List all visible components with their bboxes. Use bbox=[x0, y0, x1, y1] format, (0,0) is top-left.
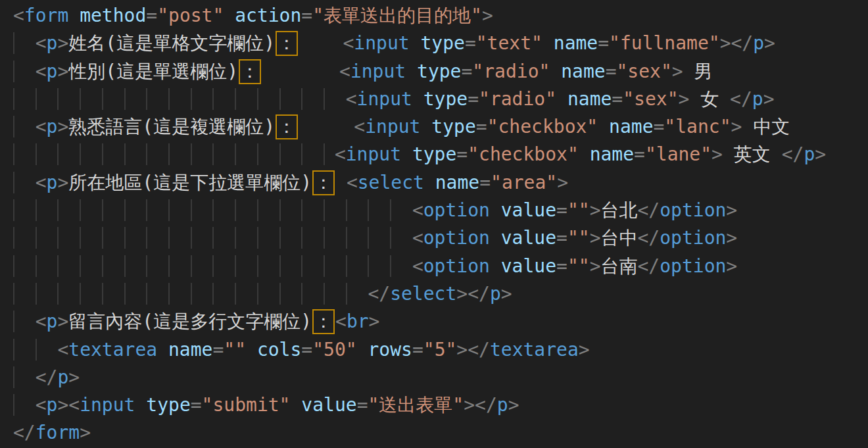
code-line-15[interactable]: <p><input type="submit" value="送出表單"></p… bbox=[13, 391, 868, 419]
token-str: "post" bbox=[157, 5, 224, 26]
token-tag: select bbox=[390, 283, 456, 305]
token-text bbox=[224, 5, 235, 26]
code-line-4[interactable]: <input type="radio" name="sex"> 女 </p> bbox=[13, 86, 868, 113]
token-punct: < bbox=[347, 172, 358, 193]
token-attr: value bbox=[501, 199, 556, 221]
token-punct: > bbox=[57, 311, 68, 332]
token-text bbox=[406, 61, 417, 82]
token-text: 留言內容(這是多行文字欄位) bbox=[68, 311, 312, 332]
token-punct: < bbox=[57, 339, 68, 361]
token-attr: name bbox=[554, 32, 598, 54]
token-text bbox=[579, 143, 590, 165]
code-line-1[interactable]: <form method="post" action="表單送出的目的地"> bbox=[13, 2, 868, 30]
token-attr: type bbox=[431, 116, 475, 137]
token-punct: = bbox=[357, 394, 368, 416]
token-punct: = bbox=[212, 339, 224, 361]
token-tag: p bbox=[753, 32, 764, 54]
token-punct: > bbox=[763, 88, 775, 110]
token-punct: </ bbox=[730, 88, 752, 110]
token-punct: ></ bbox=[456, 283, 490, 305]
token-punct: = bbox=[556, 255, 567, 277]
token-str: "50" bbox=[312, 339, 356, 361]
token-attr: name bbox=[590, 143, 634, 165]
token-attr: name bbox=[561, 61, 605, 82]
code-line-6[interactable]: <input type="checkbox" name="lane"> 英文 <… bbox=[13, 141, 868, 168]
token-punct: > bbox=[57, 32, 68, 54]
token-text: 男 bbox=[683, 61, 713, 82]
token-punct: < bbox=[343, 32, 354, 54]
token-punct: = bbox=[476, 116, 487, 137]
token-punct: > bbox=[482, 5, 493, 26]
token-tag: textarea bbox=[68, 339, 157, 361]
indent-guides bbox=[13, 172, 36, 193]
code-line-2[interactable]: <p>姓名(這是單格文字欄位)： <input type="text" name… bbox=[13, 30, 868, 57]
token-text bbox=[135, 394, 146, 416]
token-text bbox=[299, 32, 343, 54]
token-str: "" bbox=[567, 255, 590, 277]
token-str: "checkbox" bbox=[487, 116, 598, 137]
token-str: "" bbox=[567, 227, 590, 249]
token-tag: option bbox=[660, 255, 726, 277]
token-punct: > bbox=[726, 255, 737, 277]
token-punct: ></ bbox=[456, 339, 490, 361]
token-punct: < bbox=[339, 61, 350, 82]
token-punct: </ bbox=[13, 422, 36, 443]
token-attr: rows bbox=[368, 339, 412, 361]
token-text bbox=[490, 255, 501, 277]
indent-guides bbox=[13, 255, 412, 277]
token-text bbox=[401, 143, 412, 165]
token-punct: > bbox=[501, 283, 512, 305]
code-line-5[interactable]: <p>熟悉語言(這是複選欄位)： <input type="checkbox" … bbox=[13, 113, 868, 141]
token-str: "radio" bbox=[479, 88, 556, 110]
token-punct: > bbox=[68, 366, 80, 388]
code-line-8[interactable]: <option value="">台北</option> bbox=[13, 197, 868, 224]
token-punct: < bbox=[412, 255, 423, 277]
code-line-12[interactable]: <p>留言內容(這是多行文字欄位)：<br> bbox=[13, 308, 868, 336]
code-line-14[interactable]: </p> bbox=[13, 364, 868, 391]
token-punct: < bbox=[335, 143, 346, 165]
unicode-highlight-box: ： bbox=[312, 170, 335, 195]
token-punct: = bbox=[461, 61, 472, 82]
token-tag: select bbox=[358, 172, 424, 193]
token-punct: < bbox=[36, 394, 47, 416]
token-str: "submit" bbox=[202, 394, 291, 416]
code-line-16[interactable]: </form> bbox=[13, 419, 868, 447]
token-punct: < bbox=[346, 88, 357, 110]
code-line-7[interactable]: <p>所在地區(這是下拉選單欄位)： <select name="area"> bbox=[13, 169, 868, 197]
token-punct: > bbox=[590, 199, 601, 221]
token-tag: p bbox=[804, 143, 815, 165]
token-tag: p bbox=[47, 116, 58, 137]
code-editor[interactable]: <form method="post" action="表單送出的目的地"> <… bbox=[0, 0, 868, 448]
token-punct: = bbox=[146, 5, 157, 26]
token-attr: name bbox=[609, 116, 653, 137]
token-punct: > bbox=[80, 422, 91, 443]
token-attr: type bbox=[420, 32, 464, 54]
token-attr: cols bbox=[257, 339, 301, 361]
token-text bbox=[299, 116, 354, 137]
token-punct: = bbox=[191, 394, 202, 416]
token-punct: = bbox=[556, 199, 567, 221]
code-line-11[interactable]: </select></p> bbox=[13, 280, 868, 308]
code-line-10[interactable]: <option value="">台南</option> bbox=[13, 253, 868, 280]
token-attr: action bbox=[235, 5, 301, 26]
token-tag: input bbox=[80, 394, 135, 416]
token-punct: > bbox=[57, 61, 68, 82]
token-punct: = bbox=[468, 88, 479, 110]
token-str: "" bbox=[567, 199, 590, 221]
token-tag: p bbox=[752, 88, 763, 110]
token-text bbox=[290, 394, 301, 416]
token-tag: option bbox=[660, 199, 726, 221]
token-punct: </ bbox=[368, 283, 390, 305]
token-tag: form bbox=[24, 5, 68, 26]
code-line-13[interactable]: <textarea name="" cols="50" rows="5"></t… bbox=[13, 336, 868, 364]
token-text bbox=[490, 199, 501, 221]
token-punct: > bbox=[764, 32, 775, 54]
token-text bbox=[335, 172, 347, 193]
code-line-3[interactable]: <p>性別(這是單選欄位)： <input type="radio" name=… bbox=[13, 58, 868, 86]
code-line-9[interactable]: <option value="">台中</option> bbox=[13, 224, 868, 252]
token-text bbox=[246, 339, 257, 361]
token-text bbox=[157, 339, 168, 361]
token-str: "checkbox" bbox=[468, 143, 579, 165]
indent-guides bbox=[13, 366, 36, 388]
token-tag: input bbox=[346, 143, 401, 165]
